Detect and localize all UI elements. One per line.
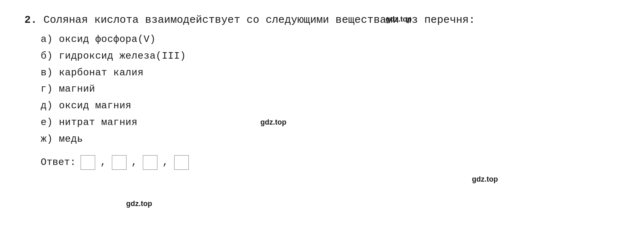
answer-box-4[interactable] <box>174 155 189 170</box>
option-text-3: магний <box>59 83 95 94</box>
answer-box-2[interactable] <box>112 155 127 170</box>
option-item-0: а) оксид фосфора(V) <box>41 31 620 48</box>
watermark-4: gdz.top <box>126 200 152 208</box>
option-text-5: нитрат магния <box>59 117 138 128</box>
option-text-0: оксид фосфора(V) <box>59 34 156 45</box>
options-list: а) оксид фосфора(V)б) гидроксид железа(I… <box>41 31 620 148</box>
answer-label: Ответ: <box>41 157 76 168</box>
question-block: 2. Соляная кислота взаимодействует со сл… <box>24 12 620 170</box>
watermark-3: gdz.top <box>472 175 498 184</box>
option-label-2: в) <box>41 67 59 78</box>
option-text-1: гидроксид железа(III) <box>59 50 186 61</box>
option-item-5: е) нитрат магния <box>41 114 620 131</box>
question-header: 2. Соляная кислота взаимодействует со сл… <box>24 12 620 28</box>
option-label-0: а) <box>41 34 59 45</box>
option-item-3: г) магний <box>41 81 620 98</box>
option-label-6: ж) <box>41 134 59 145</box>
question-text: Соляная кислота взаимодействует со следу… <box>44 14 475 26</box>
option-label-4: д) <box>41 100 59 111</box>
page-container: 2. Соляная кислота взаимодействует со сл… <box>0 0 644 248</box>
option-item-4: д) оксид магния <box>41 98 620 114</box>
answer-box-3[interactable] <box>143 155 157 170</box>
option-label-1: б) <box>41 50 59 61</box>
answer-row: Ответ: , , , <box>41 155 620 170</box>
answer-box-1[interactable] <box>81 155 95 170</box>
option-label-5: е) <box>41 117 59 128</box>
option-item-1: б) гидроксид железа(III) <box>41 48 620 65</box>
option-item-2: в) карбонат калия <box>41 65 620 81</box>
question-number: 2. <box>24 14 37 26</box>
option-text-2: карбонат калия <box>59 67 144 78</box>
option-text-6: медь <box>59 134 83 145</box>
option-item-6: ж) медь <box>41 131 620 148</box>
option-label-3: г) <box>41 83 59 94</box>
option-text-4: оксид магния <box>59 100 132 111</box>
